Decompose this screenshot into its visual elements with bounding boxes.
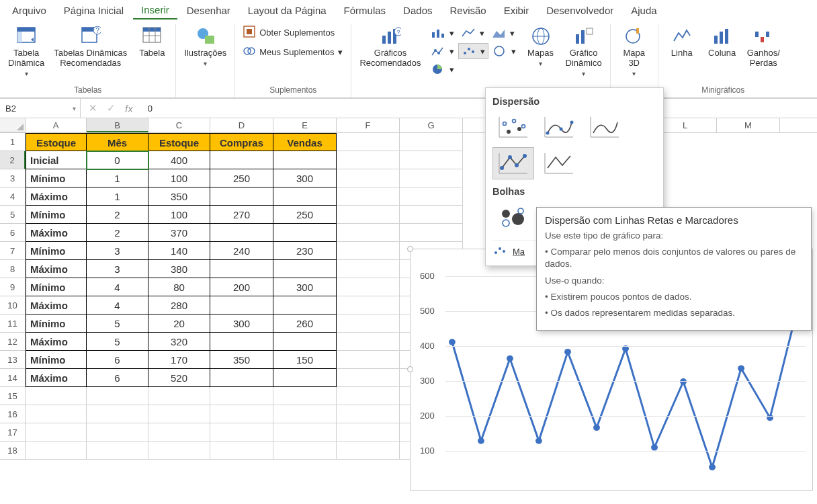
cell[interactable] [26,442,87,460]
cell[interactable]: 280 [148,296,210,314]
recommended-charts-button[interactable]: ? GráficosRecomendados [357,24,423,70]
row-header[interactable]: 14 [0,369,26,387]
column-chart-button[interactable]: ▾ [428,26,457,40]
cell[interactable] [87,387,148,405]
area-chart-button[interactable]: ▾ [488,26,517,40]
menu-layout[interactable]: Layout da Página [240,2,335,19]
cell[interactable] [210,333,273,351]
select-all-corner[interactable] [0,118,26,132]
cell[interactable]: Máximo [26,260,87,278]
cell[interactable]: 3 [87,260,148,278]
cell[interactable]: 80 [148,278,210,296]
cell[interactable] [337,296,400,314]
column-header-E[interactable]: E [273,118,337,132]
cell[interactable] [210,224,273,242]
bar-chart-button[interactable]: ▾ [428,43,457,59]
row-header[interactable]: 2 [0,151,26,169]
cell[interactable] [26,405,87,423]
cell[interactable]: Mínimo [26,242,87,260]
cell[interactable] [337,278,400,296]
cell[interactable]: 300 [273,278,337,296]
cell[interactable] [273,423,337,442]
cell[interactable] [273,442,337,460]
cell[interactable]: Máximo [26,369,87,387]
combo-chart-button[interactable]: ▾ [490,43,519,59]
pivot-chart-button[interactable]: GráficoDinâmico ▾ [563,24,605,79]
cell[interactable] [210,369,273,387]
cell[interactable]: 4 [87,278,148,296]
cell[interactable]: 240 [210,242,273,260]
cell[interactable]: 100 [148,169,210,187]
formula-input[interactable]: 0 [141,103,817,114]
column-header-C[interactable]: C [148,118,210,132]
cell[interactable]: 250 [210,169,273,187]
cell[interactable] [148,405,210,423]
cell[interactable]: 170 [148,351,210,369]
cell[interactable] [337,442,400,460]
cell[interactable]: 230 [273,242,337,260]
cell[interactable]: Máximo [26,296,87,314]
row-header[interactable]: 5 [0,206,26,224]
cell[interactable] [273,333,337,351]
illustrations-button[interactable]: Ilustrações ▾ [181,24,229,69]
cell[interactable] [273,224,337,242]
cell[interactable] [337,423,400,442]
row-header[interactable]: 7 [0,242,26,260]
cell[interactable]: Mínimo [26,314,87,333]
cell[interactable]: Mínimo [26,351,87,369]
cell[interactable] [273,405,337,423]
name-box[interactable]: B2▾ [0,99,81,118]
cell[interactable] [87,442,148,460]
cell[interactable] [337,169,400,187]
cell[interactable] [210,405,273,423]
cell[interactable]: 350 [210,351,273,369]
cell[interactable]: 20 [148,314,210,333]
cell[interactable] [273,260,337,278]
pivot-table-button[interactable]: TabelaDinâmica ▾ [5,24,47,79]
cancel-icon[interactable]: ✕ [89,102,97,114]
cell[interactable] [337,405,400,423]
row-header[interactable]: 1 [0,133,26,151]
confirm-icon[interactable]: ✓ [107,102,116,114]
cell[interactable]: 4 [87,296,148,314]
menu-inserir[interactable]: Inserir [133,1,177,19]
pie-chart-button[interactable]: ▾ [428,62,457,77]
cell[interactable] [337,260,400,278]
cell[interactable]: Mínimo [26,278,87,296]
cell[interactable]: Vendas [273,133,337,151]
scatter-straight-lines-option[interactable] [538,147,580,179]
cell[interactable]: 1 [87,187,148,206]
cell[interactable] [273,187,337,206]
cell[interactable]: 300 [210,314,273,333]
cell[interactable] [210,442,273,460]
cell[interactable] [273,296,337,314]
my-addins-button[interactable]: Meus Suplementos ▾ [241,44,345,60]
menu-exibir[interactable]: Exibir [496,2,538,19]
cell[interactable] [337,242,400,260]
cell[interactable] [148,387,210,405]
cell[interactable]: 370 [148,224,210,242]
cell[interactable] [273,151,337,169]
cell[interactable] [210,260,273,278]
bubble-option[interactable] [492,201,534,233]
row-header[interactable]: 3 [0,169,26,187]
cell[interactable]: 140 [148,242,210,260]
cell[interactable] [273,387,337,405]
cell[interactable]: Máximo [26,224,87,242]
column-header-A[interactable]: A [26,118,87,132]
cell[interactable] [26,387,87,405]
cell[interactable] [400,133,463,151]
row-header[interactable]: 13 [0,351,26,369]
line-chart-button[interactable]: ▾ [458,26,487,40]
cell[interactable]: 2 [87,206,148,224]
menu-desenvolvedor[interactable]: Desenvolvedor [538,2,621,19]
cell[interactable] [210,423,273,442]
cell[interactable] [87,405,148,423]
cell[interactable]: Máximo [26,333,87,351]
menu-dados[interactable]: Dados [395,2,440,19]
more-charts-link[interactable]: Ma [513,247,525,257]
row-header[interactable]: 18 [0,442,26,460]
cell[interactable]: Compras [210,133,273,151]
column-header-D[interactable]: D [210,118,273,132]
menu-arquivo[interactable]: Arquivo [4,2,54,19]
